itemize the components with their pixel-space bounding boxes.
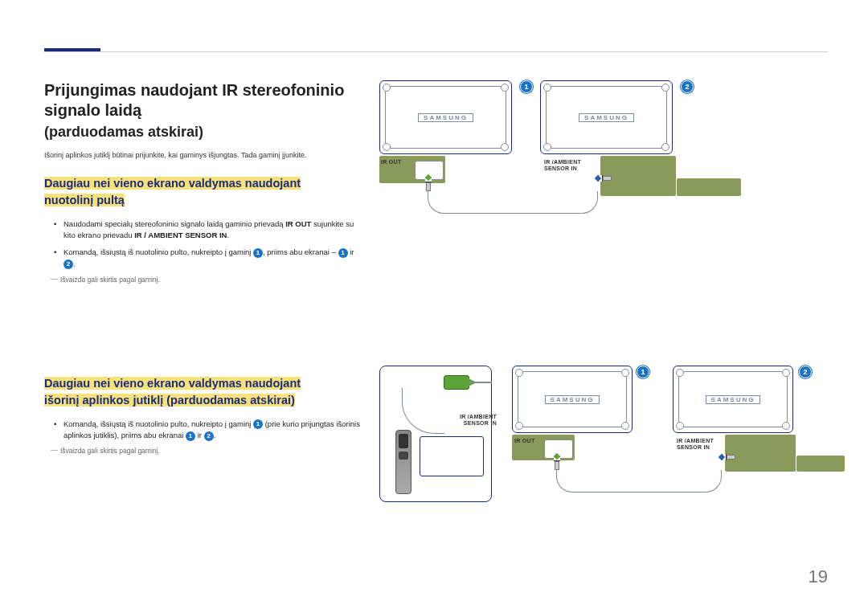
logo-text: SAMSUNG xyxy=(546,396,600,403)
header-accent xyxy=(44,48,100,51)
s2-title-l1: Daugiau nei vieno ekrano valdymas naudoj… xyxy=(44,377,301,390)
header-rule xyxy=(44,51,828,52)
intro-note: Išorinį aplinkos jutiklį būtinai prijunk… xyxy=(44,150,362,161)
ir-out-label: IR OUT xyxy=(381,159,402,166)
badge-2-icon: 2 xyxy=(204,431,214,441)
s1-title-l1: Daugiau nei vieno ekrano valdymas naudoj… xyxy=(44,177,301,190)
audio-jack-blue-icon xyxy=(596,174,612,182)
diagram-top: SAMSUNG 1 SAMSUNG 2 IR OUT xyxy=(379,80,828,233)
page-number: 19 xyxy=(809,566,828,587)
text-column: Prijungimas naudojant IR stereofoninio s… xyxy=(44,80,362,534)
section1-heading: Daugiau nei vieno ekrano valdymas naudoj… xyxy=(44,175,362,209)
s1-title-l2: nuotolinį pultą xyxy=(44,194,125,206)
badge-1b-icon: 1 xyxy=(637,366,649,378)
page-title: Prijungimas naudojant IR stereofoninio s… xyxy=(44,80,362,121)
page-subtitle: (parduodamas atskirai) xyxy=(44,124,362,141)
audio-jack-blue-2-icon xyxy=(719,453,735,461)
logo-text: SAMSUNG xyxy=(419,114,473,121)
title-line-2: signalo laidą xyxy=(44,101,141,119)
s2-title-l2: išorinį aplinkos jutiklį (parduodamas at… xyxy=(44,394,295,407)
footnote-2: Išvaizda gali skirtis pagal gaminį. xyxy=(52,447,362,455)
port-panel-2b xyxy=(677,178,741,196)
diagram-column: SAMSUNG 1 SAMSUNG 2 IR OUT xyxy=(379,80,828,534)
cable-2-icon xyxy=(556,470,722,492)
badge-1-icon: 1 xyxy=(186,431,195,441)
diagram-bottom: IR /AMBIENTSENSOR IN SAMSUNG 1 IR OUT S xyxy=(379,366,828,534)
badge-2-icon: 2 xyxy=(63,260,73,269)
title-line-1: Prijungimas naudojant IR stereofoninio xyxy=(44,81,344,99)
monitor-2-icon: SAMSUNG xyxy=(540,80,673,154)
s1-bullet-1: Naudodami specialų stereofoninio signalo… xyxy=(44,219,362,242)
port-panel-4 xyxy=(725,435,796,472)
port-panel-4b xyxy=(796,456,845,472)
monitor-2b-icon: SAMSUNG xyxy=(673,366,793,433)
audio-jack-green-icon xyxy=(424,175,432,191)
logo-text: SAMSUNG xyxy=(579,114,633,121)
badge-1-icon: 1 xyxy=(253,248,263,258)
audio-jack-green-2-icon xyxy=(553,454,561,470)
section2-list: Komandą, išsiųstą iš nuotolinio pulto, n… xyxy=(44,419,362,442)
badge-2b-icon: 2 xyxy=(799,366,812,378)
monitor-1b-icon: SAMSUNG xyxy=(512,366,633,433)
ir-out-label-2: IR OUT xyxy=(514,438,535,444)
port-panel-2 xyxy=(600,156,676,196)
s1-bullet-2: Komandą, išsiųstą iš nuotolinio pulto, n… xyxy=(44,247,362,270)
badge-2-icon: 2 xyxy=(681,80,694,93)
cable-icon xyxy=(428,191,598,214)
footnote-1: Išvaizda gali skirtis pagal gaminį. xyxy=(52,276,362,284)
remote-control-icon xyxy=(395,430,411,494)
logo-text: SAMSUNG xyxy=(706,396,760,403)
ir-ambient-label-3: IR /AMBIENTSENSOR IN xyxy=(677,438,714,451)
section1-list: Naudodami specialų stereofoninio signalo… xyxy=(44,219,362,271)
badge-1-icon: 1 xyxy=(520,80,533,93)
monitor-1-icon: SAMSUNG xyxy=(379,80,512,154)
s2-bullet-1: Komandą, išsiųstą iš nuotolinio pulto, n… xyxy=(44,419,362,442)
ir-sensor-plug-icon xyxy=(444,375,469,390)
badge-1-icon: 1 xyxy=(338,248,348,258)
ir-receiver-icon xyxy=(420,436,484,476)
ir-ambient-label-2: IR /AMBIENTSENSOR IN xyxy=(460,414,497,427)
section2-heading: Daugiau nei vieno ekrano valdymas naudoj… xyxy=(44,375,362,409)
ir-ambient-label: IR /AMBIENTSENSOR IN xyxy=(544,159,581,172)
badge-1-icon: 1 xyxy=(253,419,263,429)
